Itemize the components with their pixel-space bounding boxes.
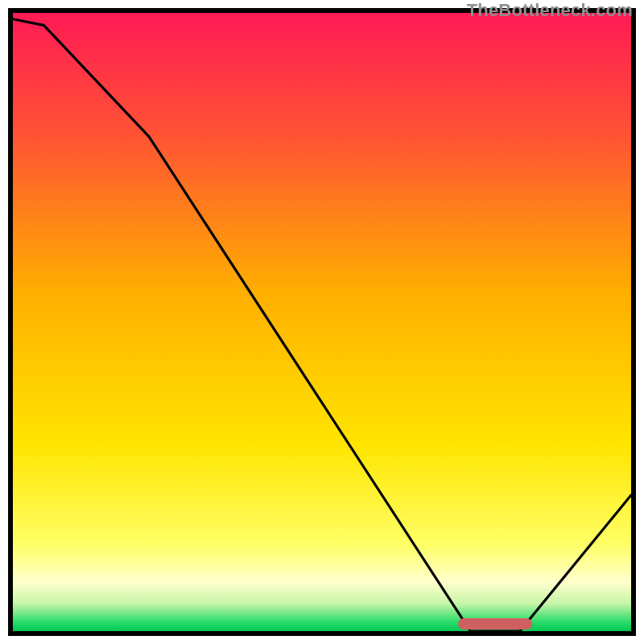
bottleneck-chart: TheBottleneck.com xyxy=(0,0,644,644)
bottleneck-curve xyxy=(13,13,631,631)
attribution-watermark: TheBottleneck.com xyxy=(467,0,633,21)
optimum-marker xyxy=(458,618,532,630)
plot-area xyxy=(8,8,636,636)
